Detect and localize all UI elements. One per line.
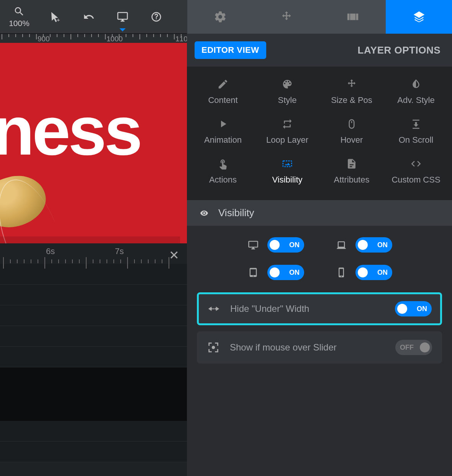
undo-tool[interactable] [72, 0, 106, 34]
tab-settings[interactable] [187, 0, 254, 34]
laptop-toggle-pair: ON [335, 237, 392, 253]
svg-text:+: + [57, 16, 60, 23]
editor-view-button[interactable]: EDITOR VIEW [195, 41, 266, 59]
tablet-toggle[interactable]: ON [267, 265, 304, 280]
panel-header: EDITOR VIEW LAYER OPTIONS [187, 34, 452, 67]
opt-actions[interactable]: Actions [191, 158, 255, 185]
hide-under-toggle[interactable]: ON [395, 301, 432, 316]
file-icon [346, 158, 357, 170]
gear-icon [214, 10, 227, 23]
cursor-tool[interactable]: + [38, 0, 72, 34]
eye-icon [198, 209, 210, 217]
help-tool[interactable] [139, 0, 173, 34]
canvas-text: ness [0, 96, 140, 165]
device-toggle-row: ON ON [197, 265, 442, 280]
opt-visibility[interactable]: Visibility [255, 158, 319, 185]
hide-under-width-row: Hide "Under" Width ON [197, 292, 442, 325]
layer-options-label[interactable]: LAYER OPTIONS [358, 44, 441, 56]
canvas-preview[interactable]: ness [0, 43, 187, 243]
track-row[interactable] [0, 421, 187, 442]
device-toggle-row: ON ON [197, 237, 442, 253]
opt-attributes[interactable]: Attributes [319, 158, 384, 185]
ruler-mark: 1000 [106, 35, 123, 43]
move-icon [280, 10, 293, 23]
top-toolbar: 100% + [0, 0, 452, 34]
svg-rect-1 [283, 161, 292, 167]
mouse-icon [346, 118, 357, 130]
canvas-shadow [0, 236, 180, 243]
curve-graphic [0, 171, 75, 243]
left-column: 900 1000 1100 ness 6s 7s ✕ [0, 34, 187, 476]
visibility-icon [282, 158, 293, 170]
opt-hover[interactable]: Hover [319, 118, 384, 145]
toggle-knob [420, 342, 430, 352]
phone-toggle-pair: ON [335, 265, 392, 280]
zoom-level: 100% [9, 19, 29, 28]
phone-toggle[interactable]: ON [355, 265, 392, 280]
visibility-section-header[interactable]: Visibility [187, 200, 452, 226]
mouse-over-row: Show if mouse over Slider OFF [197, 331, 442, 364]
touch-icon [217, 158, 229, 170]
opt-animation[interactable]: Animation [191, 118, 255, 145]
desktop-icon [247, 240, 260, 250]
undo-icon [83, 11, 95, 23]
tab-carousel[interactable] [320, 0, 386, 34]
track-row[interactable] [0, 285, 187, 305]
desktop-toggle[interactable]: ON [267, 237, 304, 253]
move-icon [346, 78, 357, 90]
phone-icon [335, 267, 348, 278]
toggle-knob [270, 240, 280, 250]
visibility-body: ON ON ON ON Hide "Under" Wid [187, 226, 452, 476]
tab-layers[interactable] [386, 0, 452, 34]
track-row[interactable] [0, 347, 187, 367]
timeline: 6s 7s ✕ [0, 243, 187, 476]
toggle-knob [358, 267, 368, 277]
opt-adv-style[interactable]: Adv. Style [384, 78, 448, 105]
track-row[interactable] [0, 264, 187, 285]
code-icon [410, 158, 422, 170]
mouse-over-toggle[interactable]: OFF [395, 340, 432, 355]
track-row[interactable] [0, 442, 187, 462]
width-icon [207, 302, 220, 315]
zoom-tool[interactable]: 100% [0, 0, 38, 34]
hide-under-label: Hide "Under" Width [230, 303, 385, 314]
opt-loop-layer[interactable]: Loop Layer [255, 118, 319, 145]
toggle-knob [358, 240, 368, 250]
timeline-ruler[interactable]: 6s 7s ✕ [0, 243, 187, 264]
opt-content[interactable]: Content [191, 78, 255, 105]
mouse-over-label: Show if mouse over Slider [230, 342, 385, 353]
time-mark: 6s [46, 246, 55, 256]
invert-icon [410, 78, 422, 90]
pencil-icon [217, 78, 229, 90]
desktop-toggle-pair: ON [247, 237, 304, 253]
laptop-toggle[interactable]: ON [355, 237, 392, 253]
cursor-icon: + [49, 11, 61, 23]
devices-tool[interactable] [106, 0, 139, 34]
tablet-icon [247, 267, 260, 278]
play-icon [217, 118, 229, 130]
opt-custom-css[interactable]: Custom CSS [384, 158, 448, 185]
main-area: 900 1000 1100 ness 6s 7s ✕ [0, 34, 452, 476]
layers-icon [413, 10, 426, 23]
close-icon[interactable]: ✕ [169, 248, 179, 262]
toggle-knob [270, 267, 280, 277]
palette-icon [282, 78, 293, 90]
tablet-toggle-pair: ON [247, 265, 304, 280]
tab-arrows[interactable] [254, 0, 320, 34]
track-row[interactable] [0, 305, 187, 326]
laptop-icon [335, 240, 348, 250]
desktop-icon [117, 11, 128, 23]
right-panel: EDITOR VIEW LAYER OPTIONS Content Style … [187, 34, 452, 476]
toolbar-right-tabs [187, 0, 452, 34]
option-grid: Content Style Size & Pos Adv. Style Anim… [187, 67, 452, 200]
opt-size-pos[interactable]: Size & Pos [319, 78, 384, 105]
visibility-title: Visibility [218, 207, 254, 219]
horizontal-ruler: 900 1000 1100 [0, 34, 187, 43]
opt-style[interactable]: Style [255, 78, 319, 105]
opt-on-scroll[interactable]: On Scroll [384, 118, 448, 145]
download-icon [410, 118, 422, 130]
toolbar-left: 100% + [0, 0, 187, 34]
track-row[interactable] [0, 326, 187, 347]
track-gap [0, 367, 187, 421]
focus-icon [207, 341, 220, 354]
